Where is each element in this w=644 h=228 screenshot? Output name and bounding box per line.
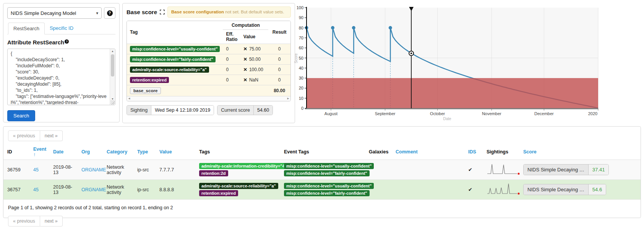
computation-value: 50.00: [249, 57, 261, 62]
column-header-org[interactable]: Org: [78, 144, 103, 160]
alert-rest-text: not set. But default value sets.: [224, 10, 284, 14]
attribute-value: 8.8.8.8: [156, 180, 195, 200]
model-select-value: NIDS Simple Decaying Model: [11, 10, 76, 16]
pagination-top: « previous next »: [8, 130, 63, 141]
multiply-icon: ✕: [243, 77, 247, 83]
column-header-date[interactable]: Date: [49, 144, 78, 160]
base-score-config-alert: Base score configuration not set. But de…: [167, 7, 291, 18]
tab-restsearch[interactable]: RestSearch: [8, 23, 45, 34]
last-sighting-dot: [517, 173, 519, 174]
tag-badge[interactable]: retention:2d: [199, 170, 228, 176]
column-header-value[interactable]: Value: [156, 144, 195, 160]
scrollbar-thumb[interactable]: [111, 54, 114, 77]
attributes-table-header: IDEvent ↑DateOrgCategoryTypeValueTagsEve…: [3, 144, 641, 160]
attribute-type: ip-src: [133, 180, 156, 200]
resize-grip-icon[interactable]: [110, 100, 115, 104]
base-score-table-box: Tag Computation Result Eff. Ratio Value …: [127, 21, 291, 101]
column-header-type[interactable]: Type: [133, 144, 156, 160]
next-page-button[interactable]: next »: [40, 216, 63, 226]
scroll-down-icon[interactable]: ▼: [110, 98, 115, 100]
tag-badge[interactable]: misp:confidence-level="fairly-confident": [284, 190, 370, 196]
tag-badge[interactable]: admiralty-scale:information-credibility=…: [199, 163, 289, 169]
column-header-event[interactable]: Event ↑: [29, 144, 49, 160]
y-tick-label: 0: [301, 106, 303, 111]
event-link[interactable]: 45: [33, 167, 39, 173]
model-help-button[interactable]: ?: [104, 7, 115, 19]
attribute-category: Network activity: [103, 180, 133, 200]
computation-value: 100.00: [249, 67, 263, 72]
attribute-row: 36759452019-08-13ORGNAMENetwork activity…: [3, 160, 641, 180]
horizontal-scrollbar[interactable]: ◄ ►: [127, 96, 290, 101]
y-tick-label: 30: [299, 76, 303, 80]
question-mark-icon: ?: [107, 10, 113, 16]
attribute-date: 2019-08-13: [49, 160, 78, 180]
column-header-category[interactable]: Category: [103, 144, 133, 160]
scroll-left-icon[interactable]: ◄: [128, 97, 131, 100]
column-header-event-tags: Event Tags: [280, 144, 365, 160]
column-header-score[interactable]: Score: [519, 144, 641, 160]
decay-score-chart[interactable]: 0102030405060708090100AugustSeptemberOct…: [294, 2, 606, 123]
threshold-zone: [307, 78, 598, 108]
tag-badge[interactable]: retention:expired: [199, 190, 238, 196]
base-score-title: Base score: [127, 9, 157, 15]
tag-badge[interactable]: misp:confidence-level="usually-confident…: [130, 46, 220, 52]
computation-value: NaN: [249, 77, 258, 83]
column-header-comment[interactable]: Comment: [392, 144, 464, 160]
tag-badge[interactable]: retention:expired: [130, 77, 169, 83]
base-score-result: 80.00: [268, 85, 290, 96]
tag-badge[interactable]: admiralty-scale:source-reliability="a": [130, 67, 209, 73]
tag-badge[interactable]: misp:confidence-level="usually-confident…: [284, 163, 374, 169]
decay-chart-svg: 0102030405060708090100AugustSeptemberOct…: [294, 2, 606, 123]
search-button[interactable]: Search: [7, 110, 35, 121]
org-link[interactable]: ORGNAME: [81, 167, 106, 173]
org-link[interactable]: ORGNAME: [81, 187, 106, 192]
current-score-label: Current score: [217, 106, 254, 115]
cursor-marker-dot: [410, 52, 412, 54]
search-tabs: RestSearch Specific ID: [7, 23, 115, 34]
next-page-button[interactable]: next »: [40, 130, 63, 141]
alert-bold-text: Base score configuration: [171, 10, 224, 14]
attribute-date: 2019-08-13: [49, 180, 78, 200]
attribute-type: ip-src: [133, 160, 156, 180]
result-value: 0: [268, 64, 290, 75]
column-header-eff-ratio: Eff. Ratio: [223, 29, 240, 44]
model-select[interactable]: NIDS Simple Decaying Model ▾: [7, 7, 102, 19]
textarea-scrollbar[interactable]: ▲ ▼: [110, 49, 115, 105]
sighting-point[interactable]: [331, 26, 334, 29]
tag-badge[interactable]: misp:confidence-level="fairly-confident": [284, 170, 370, 176]
attribute-row: 36757452019-08-13ORGNAMENetwork activity…: [3, 180, 641, 200]
tag-badge[interactable]: misp:confidence-level="fairly-confident": [130, 56, 216, 62]
column-header-sightings: Sightings: [483, 144, 519, 160]
column-header-id: ID: [3, 144, 29, 160]
column-header-ids[interactable]: IDS: [464, 144, 483, 160]
tab-specific-id[interactable]: Specific ID: [45, 23, 78, 34]
previous-page-button[interactable]: « previous: [8, 130, 40, 141]
scroll-right-icon[interactable]: ►: [287, 97, 290, 100]
score-model-name: NIDS Simple Decaying …: [524, 184, 589, 195]
restsearch-body-textarea[interactable]: { "includeDecayScore": 1, "includeFullMo…: [7, 49, 115, 105]
pagination-summary: Page 1 of 1, showing 2 records out of 2 …: [8, 205, 636, 210]
scroll-up-icon[interactable]: ▲: [110, 50, 115, 52]
sighting-point[interactable]: [389, 26, 392, 29]
score-badge: NIDS Simple Decaying …37.41: [523, 164, 609, 175]
tag-badge[interactable]: misp:confidence-level="usually-confident…: [284, 183, 374, 189]
event-tags-stack: misp:confidence-level="usually-confident…: [284, 183, 361, 196]
score-value: 54.6: [589, 184, 606, 195]
computation-value-cell: ✕75.00: [240, 44, 269, 54]
tag-badge[interactable]: admiralty-scale:source-reliability="a": [199, 183, 278, 189]
sighting-point[interactable]: [352, 26, 355, 29]
current-score-group: Current score 54.60: [217, 105, 273, 115]
event-link[interactable]: 45: [33, 187, 39, 192]
pagination-bottom: « previous next »: [8, 216, 63, 226]
expand-icon[interactable]: [160, 10, 165, 15]
x-tick-label: October: [430, 111, 445, 116]
restsearch-title: Attribute RestSearch: [7, 39, 64, 46]
last-sighting-dot: [517, 192, 519, 194]
base-score-pill: base_score: [130, 87, 161, 94]
y-tick-label: 40: [299, 66, 303, 70]
sighting-date-value: Wed Sep 4 12:18:09 2019: [151, 106, 214, 115]
eff-ratio-value: 0: [223, 75, 240, 85]
previous-page-button[interactable]: « previous: [8, 216, 40, 226]
restsearch-tab-content: Attribute RestSearch? { "includeDecaySco…: [7, 34, 115, 121]
column-header-tag: Tag: [127, 21, 223, 44]
